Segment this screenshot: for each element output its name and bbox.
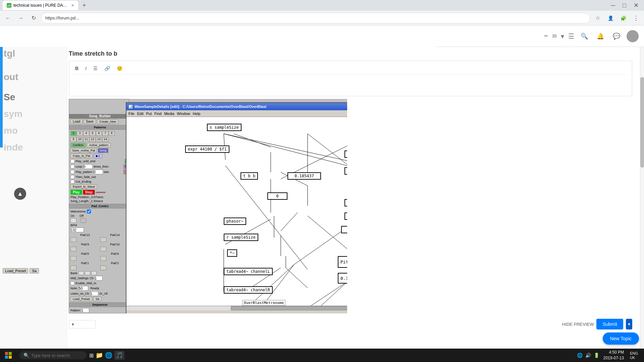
search-button[interactable]: 🔍 — [578, 30, 590, 42]
wave-menu-file[interactable]: File — [128, 112, 135, 116]
sidebar-item-inde[interactable]: inde — [0, 141, 67, 154]
pat-cell-12[interactable]: 12 — [90, 137, 96, 142]
wave-menu-find[interactable]: Find — [154, 112, 161, 116]
pd-node-r-0bbpm[interactable]: r 0Bbpm — [344, 150, 347, 158]
pd-node-pitch[interactable]: Pitch | — [338, 256, 347, 268]
back-button[interactable]: ← — [3, 13, 13, 23]
copy-to-pat-button[interactable]: Copy_to_Pat — [70, 154, 93, 158]
wave-menu-media[interactable]: Media — [164, 112, 174, 116]
save-button[interactable]: Save — [84, 119, 96, 124]
pat-cell-5[interactable]: 5 — [90, 131, 96, 136]
copy-num-button[interactable]: ▶1 — [94, 154, 102, 158]
off-radio[interactable] — [80, 218, 86, 223]
hide-preview-button[interactable]: HIDE PREVIEW — [562, 322, 594, 327]
pat-cell-3[interactable]: 3 — [77, 131, 83, 136]
pad9-cell[interactable] — [70, 247, 76, 251]
chat-button[interactable]: 💬 — [610, 30, 623, 42]
extensions-icon[interactable]: 🧩 — [618, 13, 629, 23]
pad6-cell[interactable] — [100, 256, 106, 261]
bookmark-icon[interactable]: ☆ — [592, 13, 603, 23]
pad2-cell[interactable] — [100, 265, 106, 270]
pd-node-phasor[interactable]: phasor~ — [224, 218, 246, 225]
fade-checkbox[interactable] — [70, 175, 74, 179]
sidebar-item-out[interactable]: out — [0, 70, 67, 84]
bank-btn1[interactable] — [78, 271, 84, 275]
minimize-icon[interactable]: ─ — [608, 2, 618, 9]
language-display[interactable]: ENG UK — [628, 351, 640, 360]
pat-cell-4[interactable]: 4 — [83, 131, 89, 136]
load-preset-btn[interactable]: Load_Preset — [70, 297, 92, 301]
pat-cell-2[interactable]: 2 — [70, 131, 76, 136]
menu-icon[interactable]: ⋮ — [631, 13, 641, 23]
profile-icon[interactable]: 👤 — [605, 13, 616, 23]
metronome-checkbox[interactable] — [87, 209, 91, 214]
enable-midi-checkbox[interactable] — [70, 281, 74, 285]
pd-node-val-0185437[interactable]: 0.185437 — [287, 172, 321, 180]
scrollbar-thumb[interactable] — [640, 77, 644, 168]
emoji-button[interactable]: 🙂 — [115, 65, 124, 72]
export-to-wave-button[interactable]: Export_to_Wave — [70, 184, 97, 189]
pd-node-tabread4r[interactable]: tabread4~ channelR — [224, 286, 273, 294]
save-active-pat-button[interactable]: Save_Active_Pat — [70, 148, 97, 153]
pd-node-zero[interactable]: 0 — [267, 192, 287, 200]
submit-dropdown-button[interactable]: ▾ — [626, 319, 632, 329]
pd-node-s-samplesize[interactable]: s sampleSize — [207, 124, 241, 131]
create-new-button[interactable]: Create_New — [97, 119, 118, 124]
bell-button[interactable]: 🔔 — [594, 30, 606, 42]
reply-input[interactable] — [73, 77, 628, 91]
system-clock[interactable]: 4:50 PM 2019-07-13 — [603, 350, 624, 361]
wave-menu-help[interactable]: Help — [193, 112, 201, 116]
pd-node-val-0132b-box[interactable]: 0.132 — [338, 273, 347, 284]
bpm-input[interactable] — [70, 228, 84, 232]
pad5-cell[interactable] — [70, 256, 76, 261]
close-icon[interactable]: ✕ — [631, 2, 641, 9]
wave-menu-put[interactable]: Put — [146, 112, 152, 116]
load-preset-button[interactable]: Load_Preset — [3, 268, 28, 274]
tab-close-icon[interactable]: ✕ — [71, 3, 74, 8]
bank-btn3[interactable] — [91, 271, 97, 275]
zoom-out-icon[interactable]: − — [544, 32, 548, 40]
network-icon[interactable]: 🌐 — [577, 353, 583, 358]
maximize-icon[interactable]: □ — [620, 2, 629, 9]
midi-ch-input[interactable] — [95, 276, 103, 281]
pat-cell-14[interactable]: 14 — [102, 137, 108, 142]
pat-cell-10[interactable]: 10 — [77, 137, 83, 142]
link-button[interactable]: 🔗 — [102, 65, 112, 72]
forum-right-scrollbar[interactable] — [640, 47, 644, 349]
submit-button[interactable]: Submit — [596, 319, 623, 329]
hamburger-icon[interactable]: ☰ — [568, 32, 574, 40]
new-topic-button[interactable]: New Topic — [603, 333, 639, 345]
on-radio[interactable] — [70, 218, 76, 223]
pad14-cell[interactable] — [100, 237, 106, 242]
taskbar-search-input[interactable] — [31, 353, 85, 358]
pd-node-multiply[interactable]: *~ — [227, 249, 237, 257]
pad1-cell[interactable] — [70, 265, 76, 270]
note-input[interactable] — [79, 286, 88, 291]
pd-node-div-1000[interactable]: / 1000 — [344, 213, 347, 220]
pat-cell-13[interactable]: 13 — [96, 137, 102, 142]
pat-cell-7[interactable]: 7 — [102, 131, 108, 136]
list-button[interactable]: ☰ — [91, 65, 100, 72]
loop-checkbox[interactable] — [70, 165, 74, 169]
play-until-checkbox[interactable] — [70, 159, 74, 163]
scroll-up-button[interactable]: ▲ — [14, 188, 26, 200]
pd-node-r-samplesize[interactable]: r sampleSize — [224, 234, 258, 241]
stop-button[interactable]: Stop — [83, 190, 95, 195]
play-pattern-checkbox[interactable] — [70, 170, 74, 174]
pd-node-val-132b[interactable]: 132 — [344, 199, 347, 206]
address-bar[interactable] — [41, 13, 590, 23]
pat-cell-9[interactable]: 9 — [70, 137, 76, 142]
listen-ch-input[interactable] — [90, 291, 98, 296]
browser-tab[interactable]: pd technical issues | PURE DATA for... ✕ — [3, 1, 78, 10]
sidebar-item-tgh[interactable]: tgl — [0, 47, 67, 60]
pat-cell-8[interactable]: 8 — [109, 131, 115, 136]
chevron-down-icon[interactable]: ▾ — [561, 32, 564, 40]
pad13-cell[interactable] — [70, 237, 76, 242]
pd-node-val-0132a[interactable]: 0.132 — [341, 226, 347, 233]
user-avatar[interactable] — [627, 30, 639, 42]
taskbar-search-box[interactable]: 🔍 — [19, 351, 87, 359]
cut-checkbox[interactable] — [70, 180, 74, 184]
file-explorer-icon[interactable]: 📁 — [96, 352, 103, 359]
pattern-num-input[interactable] — [81, 308, 89, 313]
pd-node-tabread4l[interactable]: tabread4~ channelL — [224, 268, 273, 275]
